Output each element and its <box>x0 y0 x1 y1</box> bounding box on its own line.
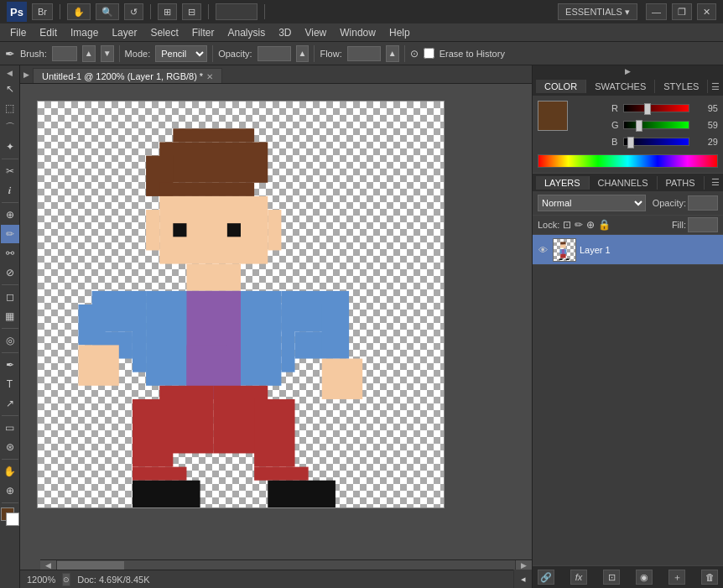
layer-visibility-btn[interactable]: 👁 <box>536 243 549 257</box>
menu-filter[interactable]: Filter <box>185 25 221 40</box>
lock-all-icon[interactable]: 🔒 <box>598 219 611 231</box>
canvas-tab[interactable]: Untitled-1 @ 1200% (Layer 1, RGB/8) * ✕ <box>33 68 222 83</box>
panel-expand-left[interactable]: ▶ <box>20 70 33 79</box>
mask-btn[interactable]: ⊡ <box>603 570 620 585</box>
menu-image[interactable]: Image <box>64 25 105 40</box>
blend-mode-select[interactable]: Normal Multiply Screen <box>538 195 646 211</box>
scroll-right-btn[interactable]: ▶ <box>515 560 532 570</box>
dodge-tool[interactable]: ◎ <box>1 331 19 350</box>
background-color[interactable] <box>6 513 19 526</box>
adjustment-btn[interactable]: ◉ <box>636 570 653 585</box>
canvas-wrapper[interactable]: ◀ ▶ <box>20 84 532 588</box>
b-label: B <box>611 137 623 147</box>
opacity-input[interactable]: 100% <box>257 46 291 61</box>
menu-file[interactable]: File <box>3 25 33 40</box>
flow-up[interactable]: ▲ <box>386 45 399 62</box>
mode-select[interactable]: Pencil Normal <box>155 45 207 62</box>
brush-size-input[interactable]: 1 <box>52 46 77 61</box>
tab-swatches[interactable]: SWATCHES <box>586 80 655 93</box>
clone-tool[interactable]: ⚯ <box>1 244 19 263</box>
zoom-input[interactable]: 1200 <box>216 3 257 20</box>
brush-size-up[interactable]: ▲ <box>82 45 96 62</box>
hand-tool-btn[interactable]: ✋ <box>67 3 91 20</box>
rotate-tool-btn[interactable]: ↺ <box>124 3 143 20</box>
opacity-up[interactable]: ▲ <box>296 45 309 62</box>
eyedropper-tool[interactable]: 𝒊 <box>1 181 19 200</box>
delete-layer-btn[interactable]: 🗑 <box>701 570 718 585</box>
3d-tool[interactable]: ⊛ <box>1 438 19 456</box>
spot-heal-tool[interactable]: ⊕ <box>1 206 19 224</box>
move-tool[interactable]: ↖ <box>1 80 19 98</box>
fill-input[interactable]: 100% <box>688 217 718 232</box>
brush-tool[interactable]: ✏ <box>1 225 19 243</box>
lock-position-icon[interactable]: ⊕ <box>586 219 595 231</box>
opacity-input-layers[interactable]: 100% <box>688 195 718 211</box>
zoom-tool[interactable]: ⊕ <box>1 481 19 500</box>
color-swatch[interactable] <box>538 101 568 131</box>
crop-tool[interactable]: ✂ <box>1 162 19 180</box>
tab-channels[interactable]: CHANNELS <box>590 176 658 190</box>
frame-btn[interactable]: ⊞ <box>158 3 177 20</box>
lock-pixels-icon[interactable]: ✏ <box>575 219 583 231</box>
quick-select-tool[interactable]: ✦ <box>1 138 19 156</box>
canvas-surface[interactable] <box>38 101 444 507</box>
r-slider[interactable] <box>623 104 689 112</box>
gradient-tool[interactable]: ▦ <box>1 307 19 325</box>
menu-help[interactable]: Help <box>382 25 417 40</box>
menu-layer[interactable]: Layer <box>105 25 143 40</box>
fg-bg-colors[interactable] <box>1 507 19 526</box>
zoom-tool-btn[interactable]: 🔍 <box>96 3 119 20</box>
pen-tool[interactable]: ✒ <box>1 356 19 374</box>
shape-tool[interactable]: ▭ <box>1 419 19 437</box>
status-info-btn[interactable]: ⊙ <box>62 573 70 586</box>
pixel-art-canvas[interactable] <box>38 101 444 507</box>
tab-color[interactable]: COLOR <box>536 80 586 93</box>
g-slider[interactable] <box>623 121 689 129</box>
h-scrollthumb[interactable] <box>57 561 124 570</box>
menu-window[interactable]: Window <box>333 25 382 40</box>
tab-layers[interactable]: LAYERS <box>536 176 590 190</box>
lock-transparent-icon[interactable]: ⊡ <box>563 219 571 231</box>
toolbar-collapse[interactable]: ◀ <box>5 67 14 79</box>
color-panel-menu[interactable]: ☰ <box>711 81 720 92</box>
bridge-btn[interactable]: Br <box>32 3 53 20</box>
h-scrolltrack[interactable] <box>57 560 515 570</box>
minimize-btn[interactable]: — <box>646 3 667 20</box>
erase-history-checkbox[interactable] <box>424 48 434 59</box>
new-layer-btn[interactable]: ＋ <box>668 570 685 585</box>
path-select-tool[interactable]: ↗ <box>1 394 19 413</box>
b-thumb[interactable] <box>627 137 634 148</box>
fx-btn[interactable]: fx <box>570 570 587 585</box>
menu-view[interactable]: View <box>298 25 333 40</box>
h-scrollbar[interactable]: ◀ ▶ <box>40 559 532 570</box>
link-layers-btn[interactable]: 🔗 <box>538 570 554 585</box>
scroll-left-btn[interactable]: ◀ <box>40 560 57 570</box>
menu-select[interactable]: Select <box>143 25 185 40</box>
hand-tool[interactable]: ✋ <box>1 462 19 481</box>
color-spectrum[interactable] <box>538 154 718 168</box>
brush-size-down[interactable]: ▼ <box>101 45 114 62</box>
flow-input[interactable] <box>347 46 381 61</box>
menu-3d[interactable]: 3D <box>272 25 298 40</box>
b-slider[interactable] <box>623 138 689 146</box>
lasso-tool[interactable]: ⌒ <box>1 118 19 137</box>
layer-item[interactable]: 👁 Layer 1 <box>533 235 723 265</box>
history-brush[interactable]: ⊘ <box>1 263 19 282</box>
tab-styles[interactable]: STYLES <box>655 80 708 93</box>
right-panel-collapse[interactable]: ▶ <box>533 65 723 77</box>
tab-close-btn[interactable]: ✕ <box>206 72 213 81</box>
eraser-tool[interactable]: ◻ <box>1 288 19 306</box>
menu-analysis[interactable]: Analysis <box>221 25 272 40</box>
arrange-btn[interactable]: ⊟ <box>182 3 201 20</box>
tab-paths[interactable]: PATHS <box>658 176 705 190</box>
type-tool[interactable]: T <box>1 375 19 393</box>
g-thumb[interactable] <box>636 120 642 132</box>
layers-panel-menu[interactable]: ☰ <box>711 177 720 188</box>
restore-btn[interactable]: ❐ <box>672 3 692 20</box>
nav-arrows[interactable]: ◂ <box>513 570 532 588</box>
r-thumb[interactable] <box>644 103 651 115</box>
menu-edit[interactable]: Edit <box>33 25 64 40</box>
essentials-btn[interactable]: ESSENTIALS ▾ <box>558 3 637 20</box>
close-btn[interactable]: ✕ <box>697 3 716 20</box>
marquee-tool[interactable]: ⬚ <box>1 99 19 117</box>
